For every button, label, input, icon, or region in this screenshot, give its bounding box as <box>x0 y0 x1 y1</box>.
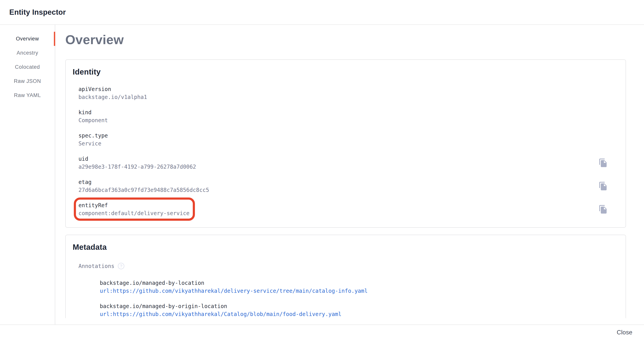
sidebar-item-raw-json[interactable]: Raw JSON <box>0 74 55 88</box>
field-value: Component <box>78 116 108 124</box>
sidebar-item-overview[interactable]: Overview <box>0 32 55 46</box>
field-group: kind Component <box>78 108 108 124</box>
annotation-value-link[interactable]: url:https://github.com/vikyathharekal/de… <box>100 287 368 295</box>
field-group: spec.type Service <box>78 132 108 148</box>
active-tab-indicator <box>54 32 55 46</box>
sidebar-item-label: Raw JSON <box>14 78 41 84</box>
field-label: spec.type <box>78 132 108 140</box>
field-group: apiVersion backstage.io/v1alpha1 <box>78 85 147 101</box>
inspector-sidebar: Overview Ancestry Colocated Raw JSON Raw… <box>0 25 55 325</box>
annotations-section-header: Annotations ? <box>78 263 618 269</box>
close-button[interactable]: Close <box>613 327 636 338</box>
copy-etag-button[interactable] <box>598 181 608 192</box>
annotation-key: backstage.io/managed-by-location <box>100 279 618 287</box>
field-group: entityRef component:default/delivery-ser… <box>78 201 190 217</box>
identity-card-title: Identity <box>73 67 618 76</box>
copy-icon <box>598 181 608 191</box>
field-row-kind: kind Component <box>78 108 618 124</box>
main-content: Overview Identity apiVersion backstage.i… <box>55 25 644 325</box>
dialog-header: Entity Inspector <box>0 0 644 25</box>
sidebar-item-label: Overview <box>16 36 39 42</box>
copy-entityref-button[interactable] <box>598 204 608 215</box>
field-label: uid <box>78 155 196 163</box>
annotation-key: backstage.io/managed-by-origin-location <box>100 302 618 310</box>
page-title: Overview <box>65 32 626 47</box>
dialog-title: Entity Inspector <box>9 8 66 16</box>
sidebar-item-ancestry[interactable]: Ancestry <box>0 46 55 60</box>
field-row-uid: uid a29e98e3-178f-4192-a799-26278a7d0062 <box>78 155 618 171</box>
annotation-value-link[interactable]: url:https://github.com/vikyathharekal/Ca… <box>100 310 341 318</box>
field-group: uid a29e98e3-178f-4192-a799-26278a7d0062 <box>78 155 196 171</box>
field-value: Service <box>78 140 108 148</box>
field-row-etag: etag 27d6a6bcaf363a0c97fd73e9488c7a5856d… <box>78 178 618 194</box>
sidebar-item-label: Ancestry <box>17 50 38 56</box>
field-row-apiversion: apiVersion backstage.io/v1alpha1 <box>78 85 618 101</box>
field-value: 27d6a6bcaf363a0c97fd73e9488c7a5856dc8cc5 <box>78 186 209 194</box>
sidebar-item-colocated[interactable]: Colocated <box>0 60 55 74</box>
metadata-card-title: Metadata <box>73 243 618 252</box>
field-label: kind <box>78 108 108 116</box>
copy-icon <box>598 158 608 167</box>
annotation-entries: backstage.io/managed-by-location url:htt… <box>100 279 618 318</box>
annotations-label: Annotations <box>78 263 114 269</box>
identity-card: Identity apiVersion backstage.io/v1alpha… <box>65 59 626 228</box>
help-icon[interactable]: ? <box>118 263 124 269</box>
dialog-body: Overview Ancestry Colocated Raw JSON Raw… <box>0 25 644 325</box>
field-label: etag <box>78 178 209 186</box>
sidebar-item-label: Raw YAML <box>14 92 41 98</box>
copy-icon <box>598 205 608 214</box>
annotation-entry: backstage.io/managed-by-origin-location … <box>100 302 618 318</box>
annotation-entry: backstage.io/managed-by-location url:htt… <box>100 279 618 295</box>
field-row-spec-type: spec.type Service <box>78 132 618 148</box>
sidebar-item-raw-yaml[interactable]: Raw YAML <box>0 88 55 102</box>
field-label: entityRef <box>78 201 190 209</box>
copy-uid-button[interactable] <box>598 157 608 168</box>
sidebar-item-label: Colocated <box>15 64 40 70</box>
field-label: apiVersion <box>78 85 147 93</box>
field-row-entityref: entityRef component:default/delivery-ser… <box>78 201 618 217</box>
identity-fields: apiVersion backstage.io/v1alpha1 kind Co… <box>78 85 618 217</box>
field-value: backstage.io/v1alpha1 <box>78 93 147 101</box>
field-value: a29e98e3-178f-4192-a799-26278a7d0062 <box>78 163 196 171</box>
field-group: etag 27d6a6bcaf363a0c97fd73e9488c7a5856d… <box>78 178 209 194</box>
field-value: component:default/delivery-service <box>78 209 190 217</box>
dialog-footer: Close <box>0 325 644 340</box>
metadata-card: Metadata Annotations ? backstage.io/mana… <box>65 235 626 318</box>
